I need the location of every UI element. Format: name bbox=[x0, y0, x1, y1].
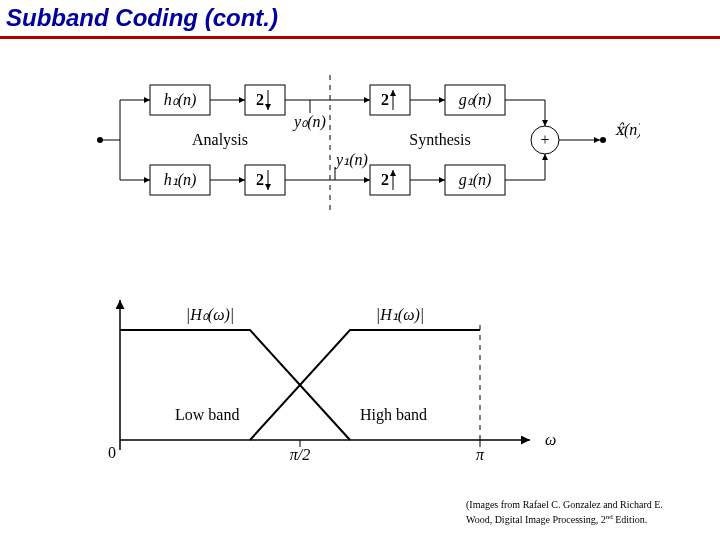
label-g0: g₀(n) bbox=[459, 91, 492, 109]
tick-0: 0 bbox=[108, 444, 116, 461]
label-down-top: 2 bbox=[256, 91, 264, 108]
label-down-bot: 2 bbox=[256, 171, 264, 188]
label-y0: y₀(n) bbox=[292, 113, 326, 131]
label-H1: |H₁(ω)| bbox=[376, 306, 424, 324]
label-omega: ω bbox=[545, 431, 556, 448]
svg-point-33 bbox=[600, 137, 606, 143]
label-g1: g₁(n) bbox=[459, 171, 492, 189]
block-diagram: x(n) h₀(n) 2 y₀(n) 2 g₀(n) h₁(n) 2 y₁(n)… bbox=[80, 65, 640, 245]
tick-pi: π bbox=[476, 446, 485, 463]
svg-rect-6 bbox=[245, 85, 285, 115]
tick-pihalf: π/2 bbox=[290, 446, 310, 463]
label-synthesis: Synthesis bbox=[409, 131, 470, 149]
label-up-top: 2 bbox=[381, 91, 389, 108]
page-title: Subband Coding (cont.) bbox=[6, 4, 278, 32]
title-rule bbox=[0, 36, 720, 39]
label-y1: y₁(n) bbox=[334, 151, 368, 169]
label-H0: |H₀(ω)| bbox=[186, 306, 234, 324]
image-credit: (Images from Rafael C. Gonzalez and Rich… bbox=[466, 499, 696, 526]
frequency-plot: |H₀(ω)| |H₁(ω)| Low band High band 0 π/2… bbox=[90, 290, 570, 470]
svg-rect-11 bbox=[370, 85, 410, 115]
label-analysis: Analysis bbox=[192, 131, 248, 149]
label-h1: h₁(n) bbox=[164, 171, 197, 189]
svg-rect-25 bbox=[370, 165, 410, 195]
svg-rect-20 bbox=[245, 165, 285, 195]
label-highband: High band bbox=[360, 406, 427, 424]
label-plus: + bbox=[540, 131, 549, 148]
label-lowband: Low band bbox=[175, 406, 239, 423]
label-h0: h₀(n) bbox=[164, 91, 197, 109]
label-xhat: x̂(n) bbox=[615, 121, 640, 139]
label-up-bot: 2 bbox=[381, 171, 389, 188]
